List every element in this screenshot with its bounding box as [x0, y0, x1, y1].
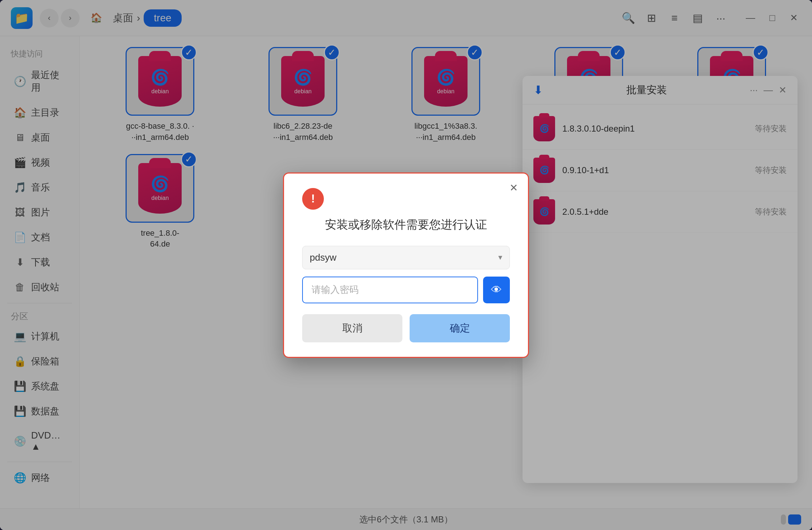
auth-warning-icon: ! — [302, 188, 324, 210]
chevron-down-icon: ▾ — [498, 253, 502, 262]
auth-buttons: 取消 确定 — [302, 314, 510, 342]
auth-username: pdsyw — [310, 252, 498, 263]
file-manager-window: 📁 ‹ › 🏠 桌面 › tree 🔍 ⊞ ≡ ▤ ··· — □ ✕ 快捷访问 — [0, 0, 812, 530]
auth-user-row[interactable]: pdsyw ▾ — [302, 246, 510, 269]
auth-cancel-button[interactable]: 取消 — [302, 314, 402, 342]
auth-overlay: ✕ ! 安装或移除软件需要您进行认证 pdsyw ▾ 👁 取消 确定 — [0, 0, 812, 530]
auth-eye-button[interactable]: 👁 — [483, 277, 510, 303]
auth-password-input[interactable] — [302, 277, 478, 303]
auth-confirm-button[interactable]: 确定 — [410, 314, 510, 342]
eye-icon: 👁 — [491, 284, 502, 296]
auth-dialog: ✕ ! 安装或移除软件需要您进行认证 pdsyw ▾ 👁 取消 确定 — [283, 172, 529, 358]
auth-close-button[interactable]: ✕ — [506, 181, 521, 195]
auth-title: 安装或移除软件需要您进行认证 — [302, 217, 510, 233]
auth-password-row: 👁 — [302, 277, 510, 303]
